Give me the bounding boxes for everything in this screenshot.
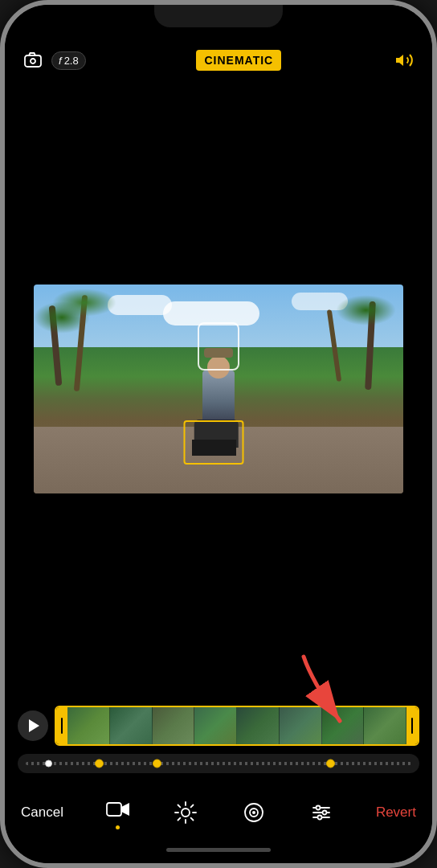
revert-button[interactable]: Revert <box>376 805 416 821</box>
aperture-badge[interactable]: f 2.8 <box>51 51 86 70</box>
svg-line-13 <box>178 818 181 821</box>
svg-rect-3 <box>107 803 121 816</box>
svg-marker-4 <box>121 803 129 816</box>
svg-point-22 <box>318 816 322 820</box>
svg-point-20 <box>317 806 321 810</box>
top-left-controls: f 2.8 <box>21 48 86 72</box>
play-icon <box>29 719 39 732</box>
strip-handle-left[interactable] <box>56 707 67 744</box>
timeline-strip[interactable] <box>55 706 419 746</box>
strip-cell-2 <box>110 707 153 744</box>
cinematic-label: CINEMATIC <box>204 54 273 67</box>
focus-box-dog <box>184 420 244 465</box>
camera-icon-button[interactable] <box>21 48 45 72</box>
strip-handle-right[interactable] <box>406 707 418 744</box>
home-indicator <box>5 836 432 863</box>
timeline-strip-row <box>18 706 419 746</box>
cancel-button[interactable]: Cancel <box>21 805 63 821</box>
focus-dot-3[interactable] <box>153 760 161 768</box>
bottom-toolbar: Cancel <box>5 786 432 836</box>
strip-cell-5 <box>237 707 280 744</box>
svg-line-10 <box>178 805 181 808</box>
svg-line-11 <box>191 818 194 821</box>
aperture-value: 2.8 <box>64 55 79 67</box>
revert-label: Revert <box>376 805 416 820</box>
phone-shell: f 2.8 CINEMATIC <box>0 0 437 868</box>
volume-button-left[interactable] <box>0 166 3 198</box>
focus-box-person <box>198 322 239 371</box>
focus-dots-container <box>18 754 419 773</box>
svg-point-1 <box>31 59 35 63</box>
volume-icon-button[interactable] <box>392 48 416 72</box>
cinematic-badge[interactable]: CINEMATIC <box>196 50 281 71</box>
volume-up-icon <box>394 51 414 70</box>
adjust-button[interactable] <box>308 799 335 826</box>
strip-cell-4 <box>194 707 237 744</box>
svg-point-5 <box>182 809 190 817</box>
strip-segment <box>67 707 406 744</box>
strip-cell-8 <box>364 707 406 744</box>
aperture-f-symbol: f <box>59 55 62 67</box>
enhance-icon <box>172 799 199 826</box>
cinematic-mode-icon <box>240 799 268 826</box>
camera-icon <box>23 51 43 70</box>
svg-marker-2 <box>396 55 403 66</box>
cinematic-mode-button[interactable] <box>240 799 268 826</box>
focus-track[interactable] <box>18 754 419 773</box>
strip-cell-6 <box>280 707 322 744</box>
svg-rect-0 <box>25 55 41 67</box>
enhance-button[interactable] <box>172 799 199 826</box>
adjust-icon <box>308 799 335 826</box>
status-bar <box>5 5 432 40</box>
handle-line-left <box>61 718 63 734</box>
video-frame[interactable] <box>34 285 403 493</box>
phone-screen: f 2.8 CINEMATIC <box>5 5 432 863</box>
strip-cell-1 <box>67 707 110 744</box>
svg-point-21 <box>323 811 327 815</box>
video-camera-button[interactable] <box>104 796 132 829</box>
video-camera-icon <box>104 796 132 823</box>
focus-dot-2[interactable] <box>95 760 104 768</box>
timeline-area <box>5 698 432 786</box>
strip-cell-3 <box>153 707 195 744</box>
play-button[interactable] <box>18 710 48 741</box>
video-camera-dot <box>116 825 120 829</box>
home-bar <box>166 848 271 852</box>
focus-dot-4[interactable] <box>326 760 335 768</box>
strip-cell-7 <box>322 707 365 744</box>
focus-dot-1 <box>45 760 52 768</box>
svg-line-12 <box>191 805 194 808</box>
svg-point-16 <box>252 811 255 814</box>
top-controls-bar: f 2.8 CINEMATIC <box>5 40 432 80</box>
handle-line-right <box>411 718 413 734</box>
video-area <box>5 80 432 698</box>
cancel-label: Cancel <box>21 805 63 820</box>
power-button[interactable] <box>434 182 437 246</box>
